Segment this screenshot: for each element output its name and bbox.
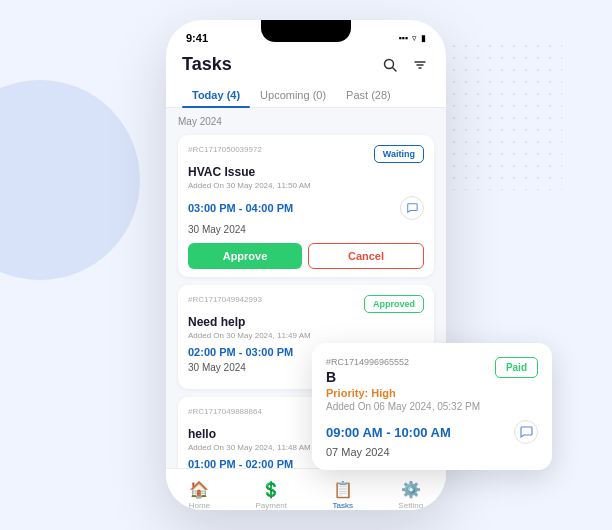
card-time: 03:00 PM - 04:00 PM (188, 202, 293, 214)
card-ref: #RC1717050039972 (188, 145, 262, 154)
status-badge: Waiting (374, 145, 424, 163)
home-icon: 🏠 (189, 480, 209, 499)
filter-icon[interactable] (410, 55, 430, 75)
nav-home-label: Home (189, 501, 210, 510)
card-time: 02:00 PM - 03:00 PM (188, 346, 293, 358)
card-top: #RC1717049942993 Approved (188, 295, 424, 313)
card-top: #RC1717050039972 Waiting (188, 145, 424, 163)
card-ref: #RC1717049888864 (188, 407, 262, 416)
nav-settings[interactable]: ⚙️ Setting (398, 480, 423, 510)
header-actions (380, 55, 430, 75)
settings-icon: ⚙️ (401, 480, 421, 499)
nav-home[interactable]: 🏠 Home (189, 480, 210, 510)
tasks-icon: 📋 (333, 480, 353, 499)
nav-settings-label: Setting (398, 501, 423, 510)
card-time-row: 03:00 PM - 04:00 PM (188, 196, 424, 220)
search-icon[interactable] (380, 55, 400, 75)
card-title: HVAC Issue (188, 165, 424, 179)
nav-payment[interactable]: 💲 Payment (255, 480, 287, 510)
floating-name: B (326, 369, 495, 385)
section-label: May 2024 (178, 116, 434, 127)
task-card: #RC1717050039972 Waiting HVAC Issue Adde… (178, 135, 434, 277)
cancel-button[interactable]: Cancel (308, 243, 424, 269)
floating-time: 09:00 AM - 10:00 AM (326, 425, 451, 440)
floating-added: Added On 06 May 2024, 05:32 PM (326, 401, 495, 412)
card-date: 30 May 2024 (188, 224, 424, 235)
tabs-container: Today (4) Upcoming (0) Past (28) (166, 83, 446, 108)
floating-status-badge: Paid (495, 357, 538, 378)
floating-chat-icon[interactable] (514, 420, 538, 444)
status-time: 9:41 (186, 32, 208, 44)
approve-button[interactable]: Approve (188, 243, 302, 269)
floating-info: #RC1714996965552 B Priority: High Added … (326, 357, 495, 420)
svg-line-1 (393, 67, 397, 71)
card-time: 01:00 PM - 02:00 PM (188, 458, 293, 468)
payment-icon: 💲 (261, 480, 281, 499)
floating-date: 07 May 2024 (326, 446, 538, 458)
floating-card: #RC1714996965552 B Priority: High Added … (312, 343, 552, 470)
chat-icon[interactable] (400, 196, 424, 220)
floating-time-row: 09:00 AM - 10:00 AM (326, 420, 538, 444)
status-icons: ▪▪▪ ▿ ▮ (398, 33, 426, 43)
tab-today[interactable]: Today (4) (182, 83, 250, 107)
app-title: Tasks (182, 54, 232, 75)
phone-notch (261, 20, 351, 42)
tab-past[interactable]: Past (28) (336, 83, 401, 107)
wifi-icon: ▿ (412, 33, 417, 43)
card-actions: Approve Cancel (188, 243, 424, 269)
floating-ref: #RC1714996965552 (326, 357, 495, 367)
signal-icon: ▪▪▪ (398, 33, 408, 43)
card-ref: #RC1717049942993 (188, 295, 262, 304)
bottom-nav: 🏠 Home 💲 Payment 📋 Tasks ⚙️ Setting (166, 468, 446, 510)
tab-upcoming[interactable]: Upcoming (0) (250, 83, 336, 107)
status-badge: Approved (364, 295, 424, 313)
card-title: Need help (188, 315, 424, 329)
app-header: Tasks (166, 50, 446, 83)
nav-tasks-label: Tasks (332, 501, 352, 510)
battery-icon: ▮ (421, 33, 426, 43)
nav-tasks[interactable]: 📋 Tasks (332, 480, 352, 510)
nav-payment-label: Payment (255, 501, 287, 510)
floating-top: #RC1714996965552 B Priority: High Added … (326, 357, 538, 420)
floating-priority: Priority: High (326, 387, 495, 399)
priority-value: High (371, 387, 395, 399)
card-added: Added On 30 May 2024, 11:49 AM (188, 331, 424, 340)
bg-circle (0, 80, 140, 280)
card-added: Added On 30 May 2024, 11:50 AM (188, 181, 424, 190)
